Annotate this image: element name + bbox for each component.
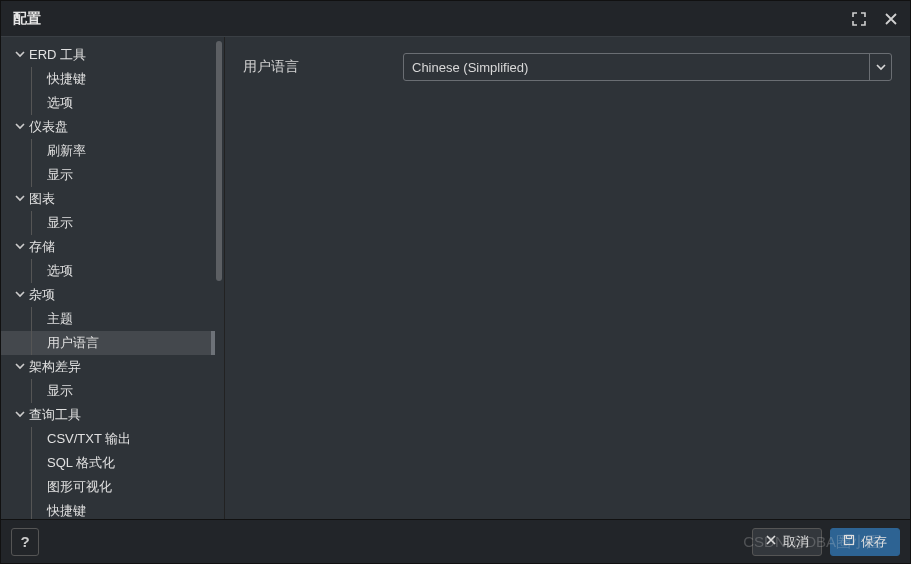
config-dialog: 配置 ERD 工具快捷键选项仪表盘刷新率显示图表显示存储选项杂项主题用户语言架构… <box>0 0 911 564</box>
sidebar-item[interactable]: 选项 <box>1 91 215 115</box>
sidebar-item[interactable]: 图形可视化 <box>1 475 215 499</box>
sidebar-item[interactable]: 用户语言 <box>1 331 215 355</box>
group-label: 图表 <box>29 190 55 208</box>
group-label: 架构差异 <box>29 358 81 376</box>
sidebar-item[interactable]: 显示 <box>1 163 215 187</box>
group-header[interactable]: 存储 <box>1 235 215 259</box>
sidebar-item-label: 显示 <box>47 382 73 400</box>
sidebar-item-label: 选项 <box>47 94 73 112</box>
sidebar-item-label: SQL 格式化 <box>47 454 115 472</box>
chevron-down-icon <box>15 289 29 301</box>
group-label: 仪表盘 <box>29 118 68 136</box>
group-header[interactable]: 架构差异 <box>1 355 215 379</box>
svg-rect-1 <box>847 536 852 539</box>
titlebar-icons <box>852 12 898 26</box>
group-label: ERD 工具 <box>29 46 86 64</box>
group-label: 杂项 <box>29 286 55 304</box>
group-header[interactable]: 仪表盘 <box>1 115 215 139</box>
sidebar-item-label: 快捷键 <box>47 70 86 88</box>
chevron-down-icon <box>15 49 29 61</box>
sidebar-item-label: 显示 <box>47 166 73 184</box>
close-icon[interactable] <box>884 12 898 26</box>
sidebar-item[interactable]: 刷新率 <box>1 139 215 163</box>
titlebar: 配置 <box>1 1 910 37</box>
sidebar-item-label: 主题 <box>47 310 73 328</box>
x-icon <box>765 534 777 549</box>
save-button[interactable]: 保存 <box>830 528 900 556</box>
setting-row-user-language: 用户语言 Chinese (Simplified) <box>243 53 892 81</box>
group-header[interactable]: 图表 <box>1 187 215 211</box>
sidebar-item[interactable]: 显示 <box>1 379 215 403</box>
chevron-down-icon <box>15 409 29 421</box>
content-pane: 用户语言 Chinese (Simplified) <box>225 37 910 519</box>
save-icon <box>843 534 855 549</box>
cancel-button[interactable]: 取消 <box>752 528 822 556</box>
dialog-title: 配置 <box>13 10 852 28</box>
sidebar-item[interactable]: SQL 格式化 <box>1 451 215 475</box>
sidebar-item-label: 显示 <box>47 214 73 232</box>
group-header[interactable]: ERD 工具 <box>1 43 215 67</box>
group-header[interactable]: 杂项 <box>1 283 215 307</box>
sidebar-item[interactable]: 选项 <box>1 259 215 283</box>
sidebar-wrap: ERD 工具快捷键选项仪表盘刷新率显示图表显示存储选项杂项主题用户语言架构差异显… <box>1 37 225 519</box>
select-value: Chinese (Simplified) <box>412 60 528 75</box>
chevron-down-icon <box>869 54 891 80</box>
sidebar-item[interactable]: 显示 <box>1 211 215 235</box>
sidebar-item-label: 图形可视化 <box>47 478 112 496</box>
group-label: 存储 <box>29 238 55 256</box>
sidebar-item[interactable]: 快捷键 <box>1 67 215 91</box>
sidebar-item-label: CSV/TXT 输出 <box>47 430 131 448</box>
expand-icon[interactable] <box>852 12 866 26</box>
group-header[interactable]: 查询工具 <box>1 403 215 427</box>
dialog-body: ERD 工具快捷键选项仪表盘刷新率显示图表显示存储选项杂项主题用户语言架构差异显… <box>1 37 910 519</box>
sidebar-item-label: 选项 <box>47 262 73 280</box>
sidebar-item-label: 刷新率 <box>47 142 86 160</box>
chevron-down-icon <box>15 361 29 373</box>
help-button[interactable]: ? <box>11 528 39 556</box>
row-label: 用户语言 <box>243 58 393 76</box>
svg-rect-0 <box>845 536 854 545</box>
cancel-label: 取消 <box>783 533 809 551</box>
chevron-down-icon <box>15 193 29 205</box>
sidebar-item-label: 快捷键 <box>47 502 86 519</box>
language-select[interactable]: Chinese (Simplified) <box>403 53 892 81</box>
save-label: 保存 <box>861 533 887 551</box>
sidebar[interactable]: ERD 工具快捷键选项仪表盘刷新率显示图表显示存储选项杂项主题用户语言架构差异显… <box>1 37 215 519</box>
footer: ? 取消 保存 <box>1 519 910 563</box>
sidebar-item[interactable]: CSV/TXT 输出 <box>1 427 215 451</box>
sidebar-item-label: 用户语言 <box>47 334 99 352</box>
sidebar-item[interactable]: 主题 <box>1 307 215 331</box>
group-label: 查询工具 <box>29 406 81 424</box>
sidebar-scrollbar[interactable] <box>216 41 222 281</box>
chevron-down-icon <box>15 121 29 133</box>
sidebar-item[interactable]: 快捷键 <box>1 499 215 519</box>
chevron-down-icon <box>15 241 29 253</box>
